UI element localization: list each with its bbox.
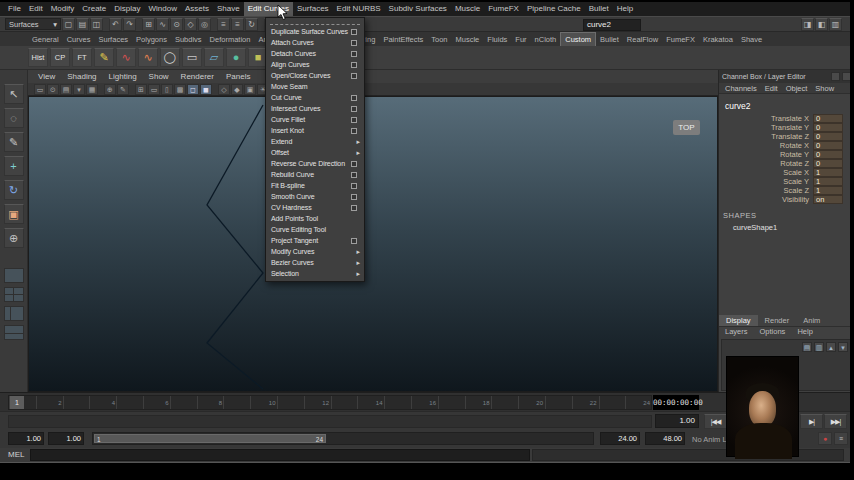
step-forward-button[interactable]: ▶|	[800, 414, 823, 429]
shelf-tab[interactable]: Fur	[511, 33, 530, 46]
panel-menu-item[interactable]: View	[32, 70, 61, 83]
option-box-icon[interactable]	[351, 29, 357, 35]
menubar-item[interactable]: Surfaces	[293, 2, 333, 16]
lock-camera-icon[interactable]: ⊙	[47, 84, 59, 95]
open-scene-icon[interactable]: ▤	[76, 18, 89, 31]
panel-menu-item[interactable]: Panels	[220, 70, 256, 83]
time-slider[interactable]: 2 4 6 8 10 12 14 16 18 20	[8, 395, 652, 410]
menu-item[interactable]: Fit B-spline ▸	[266, 180, 364, 191]
menu-item[interactable]: Project Tangent ▸	[266, 235, 364, 246]
menu-item[interactable]: Selection ▸	[266, 268, 364, 279]
paint-select-tool-icon[interactable]: ✎	[4, 132, 24, 152]
menubar-item[interactable]: Create	[78, 2, 110, 16]
undo-icon[interactable]: ↶	[109, 18, 122, 31]
channel-name[interactable]: Scale X	[719, 168, 813, 177]
new-scene-icon[interactable]: ▢	[62, 18, 75, 31]
menu-item[interactable]: Extend ▸	[266, 136, 364, 147]
channel-name[interactable]: Visibility	[719, 195, 813, 204]
menu-item[interactable]: Reverse Curve Direction ▸	[266, 158, 364, 169]
snap-point-icon[interactable]: ⊙	[170, 18, 183, 31]
shelf-pencil-curve-icon[interactable]: ✎	[94, 48, 114, 67]
scale-tool-icon[interactable]: ▣	[4, 204, 24, 224]
option-box-icon[interactable]	[351, 238, 357, 244]
channel-value-field[interactable]: 0	[813, 141, 843, 150]
option-box-icon[interactable]	[351, 128, 357, 134]
channel-name[interactable]: Translate X	[719, 114, 813, 123]
shelf-cp-button[interactable]: CP	[50, 48, 70, 67]
menu-item[interactable]: Intersect Curves ▸	[266, 103, 364, 114]
option-box-icon[interactable]	[351, 172, 357, 178]
snap-curve-icon[interactable]: ∿	[156, 18, 169, 31]
textured-icon[interactable]: ▣	[244, 84, 256, 95]
command-line-input[interactable]	[30, 449, 530, 461]
menu-item[interactable]: CV Hardness ▸	[266, 202, 364, 213]
channel-name[interactable]: Translate Y	[719, 123, 813, 132]
layer-editor-tab[interactable]: Display	[719, 315, 758, 326]
channel-name[interactable]: Rotate Y	[719, 150, 813, 159]
channel-name[interactable]: Translate Z	[719, 132, 813, 141]
shaded-icon[interactable]: ◆	[231, 84, 243, 95]
menu-set-dropdown[interactable]: Surfaces ▾	[5, 18, 61, 30]
shelf-tab[interactable]: PaintEffects	[379, 33, 427, 46]
viewport-canvas[interactable]	[29, 97, 719, 393]
playback-end-field[interactable]: 48.00	[645, 432, 685, 445]
shelf-tab[interactable]: Krakatoa	[699, 33, 737, 46]
option-box-icon[interactable]	[351, 51, 357, 57]
film-gate-icon[interactable]: ▭	[148, 84, 160, 95]
option-box-icon[interactable]	[351, 194, 357, 200]
select-tool-icon[interactable]: ↖	[4, 84, 24, 104]
move-layer-down-icon[interactable]: ▾	[838, 342, 848, 352]
option-box-icon[interactable]	[351, 161, 357, 167]
menu-item[interactable]: Move Seam ▸	[266, 81, 364, 92]
channel-value-field[interactable]: 0	[813, 132, 843, 141]
channel-value-field[interactable]: 0	[813, 159, 843, 168]
command-line-language-toggle[interactable]: MEL	[8, 448, 24, 462]
channel-value-field[interactable]: on	[813, 195, 843, 204]
go-to-end-button[interactable]: ▶▶|	[824, 414, 847, 429]
shelf-tab[interactable]: Surfaces	[94, 33, 132, 46]
view-axis-label[interactable]: TOP	[673, 120, 700, 135]
shelf-tab[interactable]: Bullet	[596, 33, 623, 46]
auto-keyframe-toggle[interactable]: ●	[818, 432, 832, 445]
option-box-icon[interactable]	[351, 62, 357, 68]
shelf-cv-curve-icon[interactable]: ∿	[116, 48, 136, 67]
menubar-item[interactable]: FumeFX	[484, 2, 523, 16]
quick-selection-input[interactable]: curve2	[583, 19, 641, 31]
menubar-item[interactable]: Modify	[47, 2, 79, 16]
menu-item[interactable]: Detach Curves ▸	[266, 48, 364, 59]
shelf-nurbs-circle-icon[interactable]: ◯	[160, 48, 180, 67]
construction-history-icon[interactable]: ↻	[245, 18, 258, 31]
two-pane-stacked-layout-button[interactable]	[4, 325, 24, 340]
channel-value-field[interactable]: 1	[813, 177, 843, 186]
safe-action-icon[interactable]: ◻	[187, 84, 199, 95]
menu-item[interactable]: Align Curves ▸	[266, 59, 364, 70]
menu-item[interactable]: Insert Knot ▸	[266, 125, 364, 136]
menu-item[interactable]: Add Points Tool ▸	[266, 213, 364, 224]
menubar-item[interactable]: Pipeline Cache	[523, 2, 585, 16]
menubar-item[interactable]: Shave	[213, 2, 244, 16]
channel-value-field[interactable]: 1	[813, 168, 843, 177]
shelf-plane-icon[interactable]: ▱	[204, 48, 224, 67]
option-box-icon[interactable]	[351, 205, 357, 211]
menubar-item[interactable]: Assets	[181, 2, 213, 16]
channel-value-field[interactable]: 1	[813, 186, 843, 195]
menubar-item[interactable]: Display	[110, 2, 144, 16]
shape-node-name[interactable]: curveShape1	[733, 223, 854, 232]
wireframe-icon[interactable]: ◇	[218, 84, 230, 95]
resolution-gate-icon[interactable]: ▯	[161, 84, 173, 95]
shelf-tab[interactable]: FumeFX	[662, 33, 699, 46]
show-tool-settings-toggle[interactable]: ◧	[815, 18, 828, 31]
menubar-item[interactable]: Muscle	[451, 2, 484, 16]
show-attribute-editor-toggle[interactable]: ◨	[801, 18, 814, 31]
animation-preferences-icon[interactable]: ≡	[834, 432, 848, 445]
snap-grid-icon[interactable]: ⊞	[142, 18, 155, 31]
menu-item[interactable]: Attach Curves ▸	[266, 37, 364, 48]
option-box-icon[interactable]	[351, 95, 357, 101]
shelf-tab[interactable]: Subdivs	[171, 33, 206, 46]
layer-editor-tab[interactable]: Anim	[796, 315, 827, 326]
grid-icon[interactable]: ⊞	[135, 84, 147, 95]
menubar-item[interactable]: Help	[613, 2, 637, 16]
panel-menu-item[interactable]: Renderer	[175, 70, 220, 83]
option-box-icon[interactable]	[351, 183, 357, 189]
shelf-tab[interactable]: Muscle	[452, 33, 484, 46]
